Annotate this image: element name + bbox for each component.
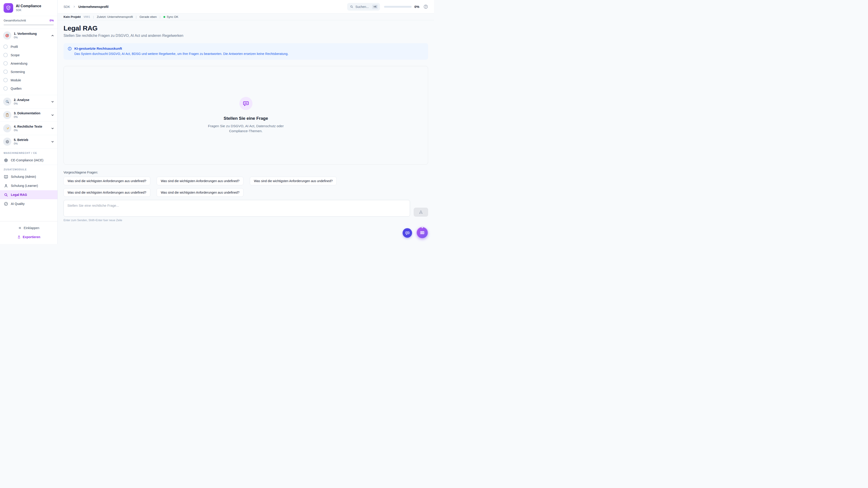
target-icon bbox=[3, 31, 11, 39]
page-subtitle: Stellen Sie rechtliche Fragen zu DSGVO, … bbox=[64, 34, 428, 38]
search-button[interactable]: Suchen... ⌘K bbox=[347, 3, 380, 11]
suggested-question-button[interactable]: Was sind die wichtigsten Anforderungen a… bbox=[157, 188, 243, 197]
phase-title: 1. Vorbereitung bbox=[14, 32, 49, 35]
columns-icon bbox=[420, 230, 425, 235]
legal-rag-page: Legal RAG Stellen Sie rechtliche Fragen … bbox=[58, 20, 434, 244]
last-saved-time: Gerade eben bbox=[140, 15, 157, 19]
info-banner-body: Das System durchsucht DSGVO, AI Act, BDS… bbox=[74, 52, 288, 56]
empty-state-title: Stellen Sie eine Frage bbox=[223, 116, 268, 121]
collapse-sidebar-button[interactable]: Einklappen bbox=[4, 224, 54, 232]
sidebar-item-screening[interactable]: Screening bbox=[0, 68, 57, 76]
phase-betrieb[interactable]: 5. Betrieb 0% bbox=[0, 135, 57, 148]
shield-check-icon bbox=[6, 5, 11, 11]
chevron-up-icon bbox=[51, 34, 54, 37]
step-status-icon bbox=[3, 61, 8, 66]
phase-rechtliche-texte[interactable]: 4. Rechtliche Texte 0% bbox=[0, 122, 57, 135]
project-name: Kein Projekt bbox=[64, 15, 81, 19]
send-button[interactable] bbox=[414, 207, 428, 217]
sidebar-item-quellen[interactable]: Quellen bbox=[0, 84, 57, 93]
panels-fab[interactable] bbox=[416, 227, 428, 238]
status-bar: Kein Projekt V001 | Zuletzt: Unternehmen… bbox=[58, 13, 434, 20]
chevron-right-icon bbox=[73, 5, 76, 8]
sidebar-item-ai-quality[interactable]: AI Quality bbox=[0, 199, 57, 208]
sidebar-item-legal-rag[interactable]: Legal RAG bbox=[0, 190, 57, 199]
sidebar-item-scope[interactable]: Scope bbox=[0, 51, 57, 59]
book-icon bbox=[4, 174, 8, 179]
suggested-question-button[interactable]: Was sind die wichtigsten Anforderungen a… bbox=[157, 177, 243, 185]
upload-icon bbox=[17, 235, 21, 239]
overall-progress-value: 0% bbox=[50, 19, 54, 22]
chevron-down-icon bbox=[51, 113, 54, 117]
breadcrumb: SDK Unternehmensprofil bbox=[64, 5, 108, 8]
overall-progress: Gesamtfortschritt 0% bbox=[0, 16, 57, 29]
phase-vorbereitung-items: Profil Scope Anwendung Screening Module … bbox=[0, 42, 57, 95]
app-subtitle: SDK bbox=[16, 8, 41, 12]
chat-empty-state: Stellen Sie eine Frage Fragen Sie zu DSG… bbox=[64, 66, 428, 165]
last-saved-label: Zuletzt: Unternehmensprofil bbox=[97, 15, 133, 19]
search-shortcut-badge: ⌘K bbox=[372, 4, 378, 9]
empty-state-description: Fragen Sie zu DSGVO, AI Act, Datenschutz… bbox=[204, 124, 288, 134]
chevron-down-icon bbox=[51, 140, 54, 143]
suggested-question-button[interactable]: Was sind die wichtigsten Anforderungen a… bbox=[250, 177, 337, 185]
suggested-question-button[interactable]: Was sind die wichtigsten Anforderungen a… bbox=[64, 188, 150, 197]
user-icon bbox=[4, 184, 8, 188]
step-status-icon bbox=[3, 86, 8, 91]
version-badge: V001 bbox=[84, 15, 90, 19]
overall-progress-bar bbox=[4, 24, 54, 26]
sidebar-nav: 1. Vorbereitung 0% Profil Scope Anwendun… bbox=[0, 29, 57, 221]
main-column: SDK Unternehmensprofil Suchen... ⌘K 0% bbox=[58, 0, 434, 244]
suggested-questions-label: Vorgeschlagene Fragen: bbox=[64, 170, 428, 174]
step-status-icon bbox=[3, 53, 8, 57]
header-progress-value: 0% bbox=[414, 5, 419, 8]
chat-fab[interactable] bbox=[403, 228, 412, 238]
section-header-maschinenrecht: MASCHINENRECHT / CE bbox=[0, 149, 57, 156]
chat-bubble-badge bbox=[239, 97, 252, 110]
phase-percent: 0% bbox=[14, 36, 49, 39]
chevron-down-icon bbox=[51, 100, 54, 103]
info-banner: KI-gestuetzte Rechtsauskunft Das System … bbox=[64, 43, 428, 60]
phase-analyse[interactable]: 2. Analyse 0% bbox=[0, 95, 57, 108]
input-hint: Enter zum Senden, Shift+Enter fuer neue … bbox=[64, 219, 428, 222]
memo-pencil-icon bbox=[3, 124, 11, 132]
sidebar-item-module[interactable]: Module bbox=[0, 76, 57, 84]
clipboard-icon bbox=[3, 111, 11, 119]
breadcrumb-current: Unternehmensprofil bbox=[79, 5, 108, 8]
chat-bubble-icon bbox=[243, 100, 249, 107]
sidebar-footer: Einklappen Exportieren bbox=[0, 221, 57, 244]
sidebar: AI Compliance SDK Gesamtfortschritt 0% bbox=[0, 0, 58, 244]
info-banner-title: KI-gestuetzte Rechtsauskunft bbox=[74, 46, 288, 51]
search-icon bbox=[350, 5, 353, 8]
top-header: SDK Unternehmensprofil Suchen... ⌘K 0% bbox=[58, 0, 434, 13]
suggested-question-button[interactable]: Was sind die wichtigsten Anforderungen a… bbox=[64, 177, 150, 185]
suggested-questions-row: Was sind die wichtigsten Anforderungen a… bbox=[64, 177, 428, 185]
chevron-down-icon bbox=[51, 127, 54, 130]
phase-dokumentation[interactable]: 3. Dokumentation 0% bbox=[0, 108, 57, 122]
magnifier-icon bbox=[3, 98, 11, 106]
overall-progress-label: Gesamtfortschritt bbox=[4, 19, 26, 22]
sidebar-item-ce-compliance[interactable]: CE-Compliance (IACE) bbox=[0, 156, 57, 165]
sidebar-item-schulung-learner[interactable]: Schulung (Learner) bbox=[0, 181, 57, 190]
step-status-icon bbox=[3, 78, 8, 82]
chevrons-left-icon bbox=[18, 226, 22, 230]
section-header-zusatzmodule: ZUSATZMODULE bbox=[0, 165, 57, 172]
step-status-icon bbox=[3, 44, 8, 49]
chat-bubble-icon bbox=[405, 231, 410, 235]
page-title: Legal RAG bbox=[64, 24, 428, 32]
check-circle-icon bbox=[4, 201, 8, 206]
export-button[interactable]: Exportieren bbox=[4, 233, 54, 241]
sidebar-item-anwendung[interactable]: Anwendung bbox=[0, 59, 57, 68]
app-title: AI Compliance bbox=[16, 4, 41, 8]
search-icon bbox=[4, 193, 8, 197]
sidebar-item-profil[interactable]: Profil bbox=[0, 42, 57, 51]
sync-ok-dot bbox=[163, 16, 165, 18]
breadcrumb-sdk[interactable]: SDK bbox=[64, 5, 70, 8]
info-icon bbox=[68, 46, 72, 56]
app-logo-row: AI Compliance SDK bbox=[0, 0, 57, 16]
step-status-icon bbox=[3, 70, 8, 74]
phase-vorbereitung[interactable]: 1. Vorbereitung 0% bbox=[0, 29, 57, 42]
help-icon[interactable] bbox=[423, 4, 428, 9]
question-input[interactable] bbox=[64, 200, 410, 217]
sync-status: Sync OK bbox=[163, 15, 178, 19]
sidebar-item-schulung-admin[interactable]: Schulung (Admin) bbox=[0, 172, 57, 181]
suggested-questions-row: Was sind die wichtigsten Anforderungen a… bbox=[64, 188, 428, 197]
